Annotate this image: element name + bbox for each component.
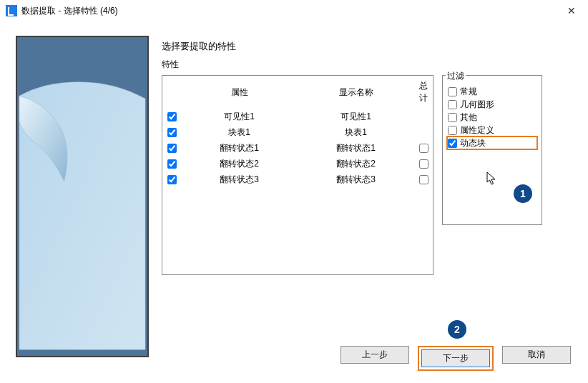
properties-table: 属性 显示名称 总计 可见性1可见性1块表1块表1翻转状态1翻转状态1翻转状态2… [162, 75, 433, 275]
row-display-cell: 可见性1 [298, 109, 414, 124]
filter-label: 几何图形 [460, 99, 494, 111]
filter-checkbox[interactable] [448, 126, 457, 135]
filter-item[interactable]: 其他 [447, 111, 537, 124]
table-row[interactable]: 可见性1可见性1 [162, 109, 433, 124]
filter-item[interactable]: 常规 [447, 85, 537, 98]
col-attr-header[interactable]: 属性 [181, 76, 298, 109]
row-attr-cell: 块表1 [181, 124, 298, 140]
row-attr-cell: 翻转状态3 [181, 171, 298, 187]
row-attr-cell: 可见性1 [181, 109, 298, 124]
annotation-badge-2: 2 [448, 320, 466, 339]
row-display-cell: 翻转状态2 [298, 156, 414, 171]
row-total-checkbox[interactable] [419, 144, 428, 153]
row-select-checkbox[interactable] [167, 144, 177, 153]
table-row[interactable]: 翻转状态1翻转状态1 [162, 140, 433, 156]
window-title: 数据提取 - 选择特性 (4/6) [21, 5, 118, 17]
row-select-checkbox[interactable] [167, 128, 177, 137]
row-display-cell: 翻转状态3 [298, 171, 414, 187]
col-display-header[interactable]: 显示名称 [298, 76, 414, 109]
filter-label: 其他 [460, 111, 477, 124]
table-row[interactable]: 翻转状态3翻转状态3 [162, 171, 433, 187]
table-row[interactable]: 翻转状态2翻转状态2 [162, 156, 433, 171]
next-button[interactable]: 下一步 [421, 349, 490, 367]
prev-button[interactable]: 上一步 [340, 346, 409, 364]
page-curl-graphic [17, 37, 147, 352]
row-display-cell: 翻转状态1 [298, 140, 414, 156]
filter-label: 常规 [460, 86, 477, 98]
filter-item[interactable]: 动态块 [447, 136, 537, 149]
section-heading: 选择要提取的特性 [162, 40, 572, 53]
filter-checkbox[interactable] [448, 100, 457, 109]
filter-item[interactable]: 几何图形 [447, 98, 537, 111]
row-select-checkbox[interactable] [167, 159, 177, 169]
filter-group: 过滤 常规几何图形其他属性定义动态块 [442, 75, 542, 225]
table-row[interactable]: 块表1块表1 [162, 124, 433, 140]
close-icon[interactable]: ✕ [561, 5, 582, 16]
filter-checkbox[interactable] [448, 113, 457, 122]
right-panel: 选择要提取的特性 特性 属性 显示名称 总计 可见性1可见性1块表1块表1翻转状… [149, 36, 572, 336]
section-subheading: 特性 [162, 59, 572, 71]
filter-checkbox[interactable] [448, 87, 457, 96]
filter-label: 属性定义 [460, 124, 494, 136]
row-total-checkbox[interactable] [419, 159, 428, 169]
app-icon [6, 5, 17, 16]
next-button-highlight: 下一步 [418, 346, 494, 371]
row-attr-cell: 翻转状态2 [181, 156, 298, 171]
row-total-checkbox[interactable] [419, 175, 428, 184]
filter-item[interactable]: 属性定义 [447, 124, 537, 136]
cancel-button[interactable]: 取消 [502, 346, 571, 364]
row-attr-cell: 翻转状态1 [181, 140, 298, 156]
content-area: 选择要提取的特性 特性 属性 显示名称 总计 可见性1可见性1块表1块表1翻转状… [0, 21, 588, 343]
filter-checkbox[interactable] [448, 139, 457, 148]
filter-label: 动态块 [460, 137, 486, 149]
row-select-checkbox[interactable] [167, 112, 177, 121]
preview-pane [16, 36, 149, 357]
col-total-header[interactable]: 总计 [414, 76, 433, 109]
annotation-badge-1: 1 [514, 184, 532, 203]
titlebar: 数据提取 - 选择特性 (4/6) ✕ [0, 0, 588, 21]
filter-title: 过滤 [446, 71, 466, 81]
row-select-checkbox[interactable] [167, 175, 177, 184]
row-display-cell: 块表1 [298, 124, 414, 140]
